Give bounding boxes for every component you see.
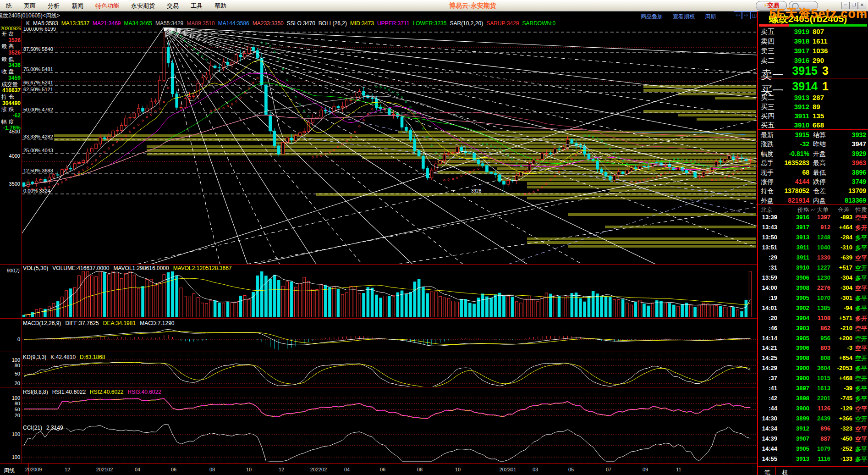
period-tab-weekly[interactable]: 周线 (4, 467, 15, 475)
tab-divider (775, 466, 776, 475)
tick-volume: 1385 (810, 304, 830, 311)
tick-volume: 1070 (810, 294, 830, 301)
pane-header-value: K:42.4810 (50, 354, 76, 360)
book-qty: 1611 (813, 37, 828, 45)
tick-header-time: 北京 (761, 206, 773, 214)
stat-value: 3963 (833, 159, 866, 166)
tick-type: 空平 (855, 435, 867, 443)
tick-volume: 2439 (810, 415, 830, 422)
tick-chg: -639 (832, 254, 852, 261)
prev-contract-icon[interactable]: ⇦ (734, 11, 742, 19)
tick-row: 14:343912896-323空平 (758, 425, 868, 435)
tick-volume: 1040 (810, 244, 830, 251)
ask-row[interactable]: 卖五3919807 (758, 28, 868, 37)
stat-label: 最高 (813, 159, 826, 167)
ask-row[interactable]: 卖四39181611 (758, 37, 868, 46)
indicator-value: MA144:3586 (218, 20, 249, 27)
pane-axis-label: 100 (12, 454, 20, 460)
pane-separator (0, 387, 757, 387)
chart-canvas[interactable]: 100.00% 619987.50% 584075.00% 548166.67%… (0, 0, 868, 475)
tick-row: :3739001015+468空开 (758, 375, 868, 385)
stat-label: 总手 (761, 159, 774, 167)
tab-options[interactable]: 权 (782, 469, 788, 475)
menu-item-7[interactable]: 工具 (185, 0, 209, 10)
ask1-row[interactable]: 卖一39153 (758, 64, 868, 78)
x-axis-label: 202301 (500, 467, 516, 472)
x-axis-label: 12 (279, 467, 284, 472)
tick-row: 14:213906803-3空平 (758, 344, 868, 354)
tick-row: :2039041108+571多开 (758, 315, 868, 325)
tick-row: :2939111330-639空平 (758, 254, 868, 264)
tick-chg: -323 (832, 425, 852, 432)
indicator-value: MA5:3583 (33, 20, 58, 27)
field-value: 3436 (0, 62, 22, 69)
next-contract-icon[interactable]: ⇨ (742, 11, 750, 19)
tick-row: :463903862-210空平 (758, 325, 868, 335)
svg-text:75.00% 5481: 75.00% 5481 (23, 66, 53, 72)
menu-item-4[interactable]: 特色功能 (89, 0, 125, 10)
tick-chg: +464 (832, 224, 852, 231)
toolbar-link-2[interactable]: 周期 (705, 13, 716, 20)
tick-price: 3905 (788, 445, 809, 452)
tick-type: 多平 (855, 455, 867, 464)
ask-row[interactable]: 卖三39171036 (758, 47, 868, 56)
bid-row[interactable]: 买三391289 (758, 103, 868, 112)
field-value: 416637 (0, 88, 22, 94)
book-label: 买三 (761, 103, 775, 111)
menu-item-6[interactable]: 交易 (161, 0, 185, 10)
svg-text:66.67% 5241: 66.67% 5241 (23, 80, 53, 85)
tick-time: :19 (758, 294, 777, 301)
x-axis-label: 05 (568, 467, 574, 472)
menu-item-8[interactable]: 帮助 (209, 0, 232, 10)
tick-type: 多平 (855, 244, 867, 252)
tick-time: 14:44 (758, 445, 777, 452)
x-axis-label: 202202 (310, 467, 327, 472)
tick-chg: -304 (832, 274, 852, 281)
pane-axis-label: 100 (12, 395, 20, 401)
app-title: 博易云-永安期货 (449, 2, 496, 10)
tick-row: 14:5539131116-133多平 (758, 455, 868, 465)
indicator-value: UPPER:3711 (377, 20, 409, 27)
stat-label: 外盘 (761, 197, 774, 205)
menu-item-5[interactable]: 永安期货 (125, 0, 161, 10)
menu-item-0[interactable]: 统 (0, 0, 18, 10)
stat-value: 13709 (833, 187, 866, 194)
price-axis-label: 4000 (9, 153, 20, 159)
tick-volume: 1015 (810, 375, 830, 381)
tick-chg: -450 (832, 435, 852, 442)
menu-item-3[interactable]: 新闻 (66, 0, 89, 10)
watermark: 5E天资5etz.com (769, 6, 868, 22)
pane-axis-label: 0 (17, 337, 20, 342)
stat-label: 内盘 (813, 197, 826, 205)
trading-terminal-window: 统页面分析新闻特色功能永安期货交易工具帮助 博易云-永安期货 ─ ❐ ✕ ⚡交易… (0, 0, 868, 475)
indicator-values-bar: KMA5:3583MA13:3537MA21:3469MA34:3465MA55… (22, 20, 762, 28)
pane-separator (0, 422, 757, 422)
tick-type: 多开 (855, 224, 867, 232)
menu-item-2[interactable]: 分析 (42, 0, 66, 10)
menu-item-1[interactable]: 页面 (18, 0, 42, 10)
field-label: 开 盘 (0, 31, 22, 38)
indicator-value: MA34:3465 (124, 20, 152, 27)
toolbar-link-1[interactable]: 查看期权 (673, 13, 695, 20)
stats-row: 幅度-0.81%开盘3929 (758, 150, 868, 159)
bid-row[interactable]: 买四3911135 (758, 112, 868, 121)
pane-axis-label: 20 (15, 381, 20, 386)
sell-ratio-segment (759, 24, 789, 27)
bid-row[interactable]: 买二3913287 (758, 94, 868, 103)
tick-type: 空平 (855, 344, 867, 353)
stat-value: 1378052 (775, 187, 809, 194)
tick-type: 空平 (855, 214, 867, 222)
book-price: 3917 (776, 47, 809, 55)
field-value: 304490 (0, 100, 22, 107)
pane-separator (0, 264, 757, 265)
tick-chg: +571 (832, 315, 852, 321)
tick-time: 14:25 (758, 354, 777, 361)
kd-pane-header: KD(9,3,3)K:42.4810D:63.1868 (23, 354, 109, 360)
tab-tick-list[interactable]: 笔 (764, 469, 770, 475)
bid1-row[interactable]: 买一39141 (758, 80, 868, 94)
tick-price: 3897 (788, 385, 809, 392)
bid-row[interactable]: 买五3910668 (758, 121, 868, 130)
toolbar-link-0[interactable]: 商品叠加 (641, 13, 663, 20)
toolbar-row: 螺纹2405(010605)<周线> 商品叠加查看期权周期 ⇦ ⇨ ◫ (0, 11, 757, 20)
tick-price: 3905 (788, 294, 809, 301)
